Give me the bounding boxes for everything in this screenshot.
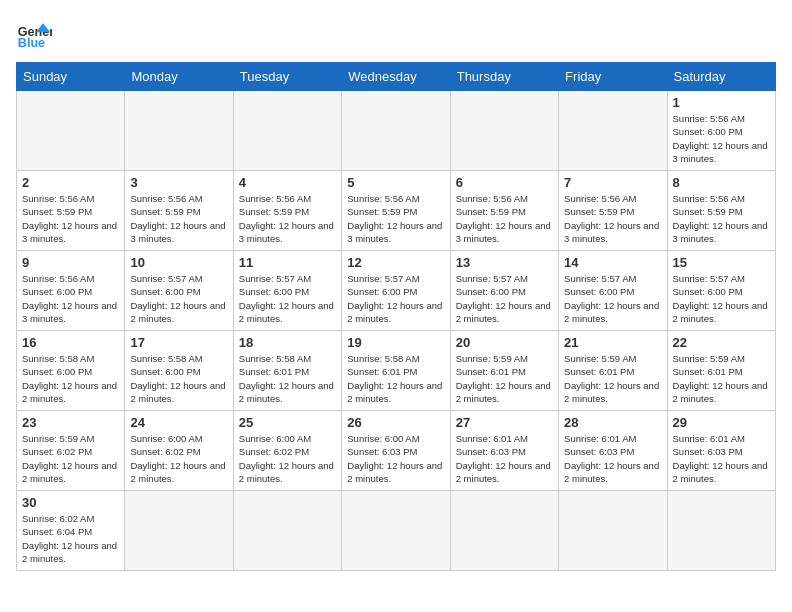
calendar-cell: 24Sunrise: 6:00 AMSunset: 6:02 PMDayligh… (125, 411, 233, 491)
calendar-cell: 3Sunrise: 5:56 AMSunset: 5:59 PMDaylight… (125, 171, 233, 251)
day-info: Sunrise: 5:57 AMSunset: 6:00 PMDaylight:… (347, 272, 444, 325)
calendar-cell: 19Sunrise: 5:58 AMSunset: 6:01 PMDayligh… (342, 331, 450, 411)
calendar-cell: 17Sunrise: 5:58 AMSunset: 6:00 PMDayligh… (125, 331, 233, 411)
day-info: Sunrise: 5:56 AMSunset: 5:59 PMDaylight:… (456, 192, 553, 245)
day-number: 19 (347, 335, 444, 350)
day-number: 11 (239, 255, 336, 270)
calendar-week-row: 30Sunrise: 6:02 AMSunset: 6:04 PMDayligh… (17, 491, 776, 571)
day-info: Sunrise: 5:58 AMSunset: 6:00 PMDaylight:… (22, 352, 119, 405)
day-number: 13 (456, 255, 553, 270)
day-number: 1 (673, 95, 770, 110)
day-info: Sunrise: 5:56 AMSunset: 5:59 PMDaylight:… (130, 192, 227, 245)
calendar-week-row: 1Sunrise: 5:56 AMSunset: 6:00 PMDaylight… (17, 91, 776, 171)
weekday-header: Sunday (17, 63, 125, 91)
calendar-cell: 6Sunrise: 5:56 AMSunset: 5:59 PMDaylight… (450, 171, 558, 251)
day-number: 22 (673, 335, 770, 350)
day-info: Sunrise: 5:56 AMSunset: 5:59 PMDaylight:… (347, 192, 444, 245)
day-number: 12 (347, 255, 444, 270)
day-info: Sunrise: 5:57 AMSunset: 6:00 PMDaylight:… (673, 272, 770, 325)
calendar-cell: 9Sunrise: 5:56 AMSunset: 6:00 PMDaylight… (17, 251, 125, 331)
day-number: 30 (22, 495, 119, 510)
day-info: Sunrise: 6:01 AMSunset: 6:03 PMDaylight:… (673, 432, 770, 485)
day-number: 23 (22, 415, 119, 430)
day-info: Sunrise: 5:59 AMSunset: 6:02 PMDaylight:… (22, 432, 119, 485)
day-number: 8 (673, 175, 770, 190)
day-number: 28 (564, 415, 661, 430)
calendar-cell (342, 491, 450, 571)
calendar-cell: 30Sunrise: 6:02 AMSunset: 6:04 PMDayligh… (17, 491, 125, 571)
calendar-cell (17, 91, 125, 171)
logo-icon: General Blue (16, 16, 52, 52)
calendar-cell: 11Sunrise: 5:57 AMSunset: 6:00 PMDayligh… (233, 251, 341, 331)
calendar-cell: 23Sunrise: 5:59 AMSunset: 6:02 PMDayligh… (17, 411, 125, 491)
calendar-week-row: 2Sunrise: 5:56 AMSunset: 5:59 PMDaylight… (17, 171, 776, 251)
day-info: Sunrise: 5:59 AMSunset: 6:01 PMDaylight:… (456, 352, 553, 405)
calendar-cell: 22Sunrise: 5:59 AMSunset: 6:01 PMDayligh… (667, 331, 775, 411)
calendar-cell: 14Sunrise: 5:57 AMSunset: 6:00 PMDayligh… (559, 251, 667, 331)
weekday-header: Thursday (450, 63, 558, 91)
day-number: 10 (130, 255, 227, 270)
svg-text:Blue: Blue (18, 36, 45, 50)
weekday-header: Friday (559, 63, 667, 91)
calendar-cell: 16Sunrise: 5:58 AMSunset: 6:00 PMDayligh… (17, 331, 125, 411)
calendar-cell: 26Sunrise: 6:00 AMSunset: 6:03 PMDayligh… (342, 411, 450, 491)
day-number: 16 (22, 335, 119, 350)
calendar-cell: 15Sunrise: 5:57 AMSunset: 6:00 PMDayligh… (667, 251, 775, 331)
day-number: 27 (456, 415, 553, 430)
calendar-cell: 2Sunrise: 5:56 AMSunset: 5:59 PMDaylight… (17, 171, 125, 251)
day-number: 18 (239, 335, 336, 350)
day-number: 24 (130, 415, 227, 430)
calendar-cell: 25Sunrise: 6:00 AMSunset: 6:02 PMDayligh… (233, 411, 341, 491)
day-info: Sunrise: 5:57 AMSunset: 6:00 PMDaylight:… (130, 272, 227, 325)
calendar-cell (233, 491, 341, 571)
day-info: Sunrise: 5:58 AMSunset: 6:00 PMDaylight:… (130, 352, 227, 405)
day-number: 4 (239, 175, 336, 190)
day-info: Sunrise: 5:56 AMSunset: 5:59 PMDaylight:… (673, 192, 770, 245)
day-info: Sunrise: 6:00 AMSunset: 6:02 PMDaylight:… (239, 432, 336, 485)
calendar-cell: 12Sunrise: 5:57 AMSunset: 6:00 PMDayligh… (342, 251, 450, 331)
calendar-week-row: 9Sunrise: 5:56 AMSunset: 6:00 PMDaylight… (17, 251, 776, 331)
day-info: Sunrise: 5:56 AMSunset: 6:00 PMDaylight:… (22, 272, 119, 325)
day-number: 9 (22, 255, 119, 270)
calendar-cell: 28Sunrise: 6:01 AMSunset: 6:03 PMDayligh… (559, 411, 667, 491)
calendar-cell (559, 491, 667, 571)
day-info: Sunrise: 6:00 AMSunset: 6:03 PMDaylight:… (347, 432, 444, 485)
day-number: 15 (673, 255, 770, 270)
calendar-cell: 29Sunrise: 6:01 AMSunset: 6:03 PMDayligh… (667, 411, 775, 491)
calendar-cell (450, 91, 558, 171)
day-number: 26 (347, 415, 444, 430)
calendar-cell (450, 491, 558, 571)
day-info: Sunrise: 6:00 AMSunset: 6:02 PMDaylight:… (130, 432, 227, 485)
calendar-cell: 7Sunrise: 5:56 AMSunset: 5:59 PMDaylight… (559, 171, 667, 251)
calendar-cell: 4Sunrise: 5:56 AMSunset: 5:59 PMDaylight… (233, 171, 341, 251)
day-number: 14 (564, 255, 661, 270)
weekday-header: Monday (125, 63, 233, 91)
calendar-header-row: SundayMondayTuesdayWednesdayThursdayFrid… (17, 63, 776, 91)
calendar-cell: 1Sunrise: 5:56 AMSunset: 6:00 PMDaylight… (667, 91, 775, 171)
calendar-cell: 8Sunrise: 5:56 AMSunset: 5:59 PMDaylight… (667, 171, 775, 251)
logo: General Blue (16, 16, 52, 52)
day-number: 21 (564, 335, 661, 350)
calendar-cell: 5Sunrise: 5:56 AMSunset: 5:59 PMDaylight… (342, 171, 450, 251)
day-info: Sunrise: 5:56 AMSunset: 5:59 PMDaylight:… (239, 192, 336, 245)
day-number: 5 (347, 175, 444, 190)
weekday-header: Wednesday (342, 63, 450, 91)
calendar-cell (233, 91, 341, 171)
calendar-cell (667, 491, 775, 571)
calendar-cell: 18Sunrise: 5:58 AMSunset: 6:01 PMDayligh… (233, 331, 341, 411)
weekday-header: Tuesday (233, 63, 341, 91)
day-number: 7 (564, 175, 661, 190)
calendar-week-row: 23Sunrise: 5:59 AMSunset: 6:02 PMDayligh… (17, 411, 776, 491)
calendar-cell (125, 91, 233, 171)
calendar-cell (125, 491, 233, 571)
calendar-cell: 27Sunrise: 6:01 AMSunset: 6:03 PMDayligh… (450, 411, 558, 491)
calendar-cell: 13Sunrise: 5:57 AMSunset: 6:00 PMDayligh… (450, 251, 558, 331)
day-info: Sunrise: 5:57 AMSunset: 6:00 PMDaylight:… (239, 272, 336, 325)
day-number: 29 (673, 415, 770, 430)
day-number: 20 (456, 335, 553, 350)
day-info: Sunrise: 5:59 AMSunset: 6:01 PMDaylight:… (564, 352, 661, 405)
calendar-cell: 21Sunrise: 5:59 AMSunset: 6:01 PMDayligh… (559, 331, 667, 411)
day-number: 3 (130, 175, 227, 190)
calendar-week-row: 16Sunrise: 5:58 AMSunset: 6:00 PMDayligh… (17, 331, 776, 411)
day-info: Sunrise: 5:59 AMSunset: 6:01 PMDaylight:… (673, 352, 770, 405)
